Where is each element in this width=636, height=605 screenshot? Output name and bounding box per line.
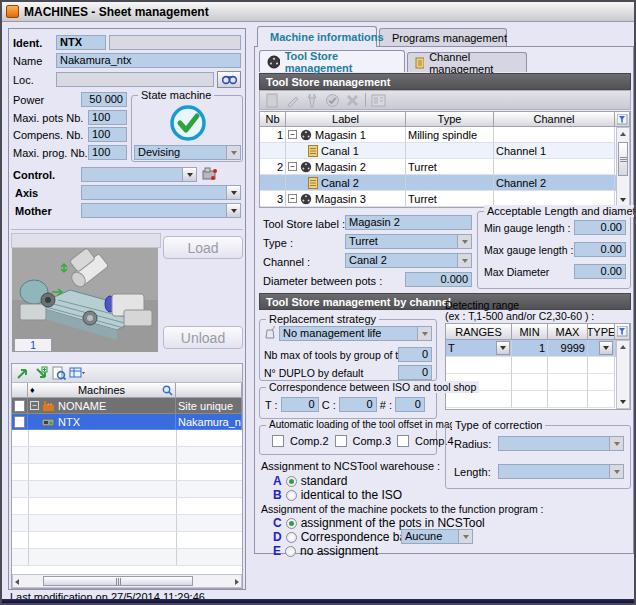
table-row[interactable]: Canal 1 Channel 1 (260, 143, 630, 159)
collapse-all-button[interactable] (14, 365, 32, 382)
nbmax-field[interactable]: 0 (398, 347, 432, 362)
chevron-down-icon (226, 186, 240, 199)
duplo-field[interactable]: 0 (398, 365, 432, 380)
state-machine-dropdown[interactable]: Devising (134, 145, 241, 160)
ident-field[interactable]: NTX (56, 35, 106, 50)
unload-button[interactable]: Unload (163, 326, 243, 349)
warehouse-option-a[interactable]: A standard (273, 474, 347, 488)
channel-dropdown[interactable]: Canal 2 (345, 253, 472, 268)
report-button[interactable] (370, 92, 388, 109)
scrollbar-thumb[interactable] (618, 142, 628, 176)
hash-field[interactable]: 0 (395, 397, 425, 412)
scroll-right-icon[interactable] (235, 579, 239, 585)
loc-field[interactable] (56, 72, 214, 87)
tool-store-label-field[interactable]: Magasin 2 (345, 215, 472, 230)
radio-standard[interactable] (286, 476, 297, 487)
window-titlebar[interactable]: MACHINES - Sheet management (2, 2, 634, 22)
tree-collapse-icon[interactable]: − (288, 130, 297, 139)
expand-all-button[interactable] (32, 365, 50, 382)
max-diameter-field[interactable]: 0.00 (574, 264, 626, 279)
tree-collapse-icon[interactable]: − (288, 162, 297, 171)
row-checkbox-checked[interactable]: ✓ (14, 416, 25, 428)
comp2-checkbox[interactable] (272, 435, 284, 447)
detecting-row-selected[interactable]: T 1 9999 (446, 340, 630, 357)
tool-store-table-header[interactable]: Nb Label Type Channel (260, 112, 630, 127)
preview-toolbar (11, 233, 161, 248)
tree-collapse-icon[interactable]: − (288, 194, 297, 203)
scroll-up-icon[interactable] (617, 128, 629, 140)
length-label: Length: (454, 466, 491, 478)
search-page-button[interactable] (50, 365, 68, 382)
type-dropdown[interactable]: Turret (345, 234, 472, 249)
ident-field-2[interactable] (109, 35, 241, 50)
table-row[interactable]: 2 − Magasin 2 Turret (260, 159, 630, 175)
machines-h-scrollbar[interactable] (12, 574, 242, 588)
comp2-label: Comp.2 (290, 435, 329, 447)
type-dropdown-button[interactable] (599, 341, 613, 355)
tab-channel-management[interactable]: Channel management (407, 52, 527, 72)
compens-field[interactable]: 100 (88, 127, 127, 142)
load-button[interactable]: Load (163, 236, 243, 259)
min-gauge-field[interactable]: 0.00 (574, 220, 626, 235)
control-dropdown[interactable] (81, 167, 197, 182)
machine-preview-image[interactable] (12, 248, 158, 352)
tool-button[interactable] (303, 92, 321, 109)
new-toolstore-button[interactable] (263, 92, 281, 109)
tree-collapse-icon[interactable]: − (30, 401, 39, 410)
diameter-field[interactable]: 0.000 (405, 272, 472, 287)
row-checkbox[interactable] (14, 400, 25, 412)
detecting-v-scrollbar[interactable] (616, 340, 630, 409)
tab-machine-informations[interactable]: Machine informations (257, 26, 377, 47)
comp3-checkbox[interactable] (335, 435, 347, 447)
filter-icon[interactable] (617, 114, 628, 125)
edit-toolstore-button[interactable] (283, 92, 301, 109)
filter-icon[interactable] (617, 326, 628, 337)
scroll-left-icon[interactable] (15, 579, 19, 585)
table-row-selected[interactable]: Canal 2 Channel 2 (260, 175, 630, 191)
radio-correspondence-base[interactable] (286, 532, 297, 543)
mother-dropdown[interactable] (81, 203, 241, 218)
replacement-strategy-title: Replacement strategy (266, 313, 379, 325)
tab-tool-store-management[interactable]: Tool Store management (259, 50, 405, 72)
strategy-dropdown[interactable]: No management life (279, 326, 432, 341)
radius-dropdown[interactable] (498, 436, 624, 451)
radio-no-assignment[interactable] (285, 546, 296, 557)
table-row[interactable]: 1 − Magasin 1 Milling spindle (260, 127, 630, 143)
tool-store-table: Nb Label Type Channel 1 − Magasin 1 (259, 111, 631, 208)
scroll-up-icon[interactable] (617, 341, 629, 353)
max-gauge-label: Max gauge length : (484, 244, 573, 256)
ranges-dropdown-button[interactable] (496, 341, 510, 355)
pockets-option-d[interactable]: D Correspondence base (273, 530, 419, 544)
table-row[interactable]: − NONAME Site unique (12, 398, 242, 414)
scrollbar-thumb[interactable] (43, 576, 193, 586)
maxi-pots-field[interactable]: 100 (88, 110, 127, 125)
power-field[interactable]: 50 000 (81, 92, 127, 107)
scroll-down-icon[interactable] (617, 396, 629, 408)
length-dropdown[interactable] (498, 464, 624, 479)
detecting-table-header[interactable]: RANGES MIN MAX TYPE (446, 324, 630, 340)
name-field[interactable]: Nakamura_ntx (56, 53, 241, 68)
warehouse-option-b[interactable]: B identical to the ISO (273, 488, 402, 502)
delete-button[interactable] (343, 92, 361, 109)
loc-search-button[interactable] (217, 71, 241, 88)
max-gauge-field[interactable]: 0.00 (574, 242, 626, 257)
machines-table-header[interactable]: ♦ Machines (12, 383, 242, 398)
search-icon[interactable] (162, 385, 173, 396)
pockets-option-e[interactable]: E no assignment (273, 544, 378, 558)
name-label: Name (13, 55, 42, 67)
grid-view-button[interactable] (68, 365, 86, 382)
t-field[interactable]: 0 (281, 397, 319, 412)
maxi-prog-field[interactable]: 100 (88, 145, 127, 160)
tab-programs-management[interactable]: Programs management (379, 28, 507, 47)
table-row-selected[interactable]: ✓ NTX Nakamura_ntx (12, 414, 242, 430)
acceptable-group-title: Acceptable Length and diameter (484, 205, 636, 217)
pockets-option-c[interactable]: C assignment of the pots in NCSTool (273, 516, 485, 530)
correspondence-base-dropdown[interactable]: Aucune (401, 529, 473, 544)
radio-pots-ncstool[interactable] (286, 518, 297, 529)
comp4-checkbox[interactable] (397, 435, 409, 447)
axis-dropdown[interactable] (81, 185, 241, 200)
radio-identical-iso[interactable] (286, 490, 297, 501)
tool-store-v-scrollbar[interactable] (616, 127, 630, 207)
validate-button[interactable] (323, 92, 341, 109)
c-field[interactable]: 0 (339, 397, 377, 412)
